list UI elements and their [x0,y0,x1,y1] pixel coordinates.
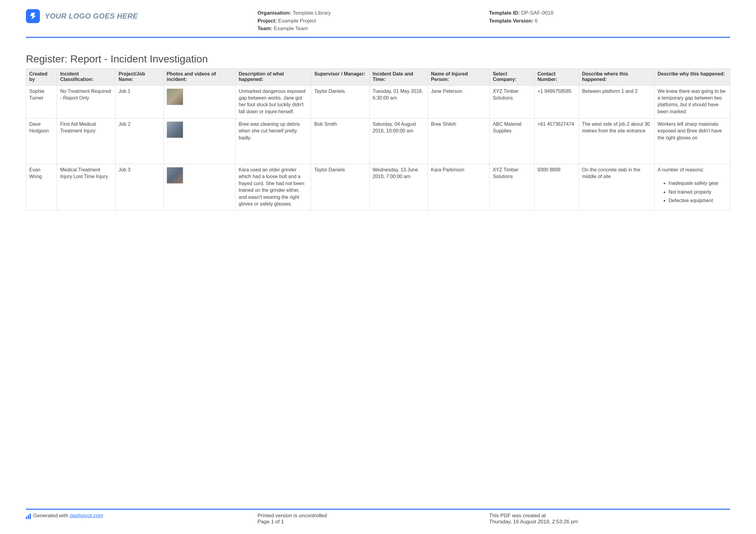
col-company: Select Company: [490,68,534,85]
why-reason: Inadequate safety gear [668,180,727,187]
table-row: Sophie Turner No Treatment Required - Re… [26,85,730,118]
cell-injured: Kara Parkinson [428,164,490,211]
col-supervisor: Supervisor / Manager: [311,68,370,85]
why-reason: Not trained properly [668,189,727,195]
cell-contact: +1 9496758585 [534,85,579,118]
team-value: Example Team [274,26,308,31]
col-datetime: Incident Date and Time: [369,68,428,85]
cell-job: Job 2 [115,118,163,164]
team-label: Team: [257,26,272,31]
header-meta-left: Organisation: Template Library Project: … [257,9,489,33]
why-intro: A number of reasons: [658,167,704,172]
cell-why: A number of reasons: Inadequate safety g… [655,164,730,211]
cell-created-by: Sophie Turner [26,85,57,118]
cell-injured: Bree Shiloh [428,118,490,164]
cell-created-by: Evan Wong [26,164,57,211]
cell-supervisor: Taylor Daniels [311,85,370,118]
cell-datetime: Tuesday, 01 May 2018, 6:30:00 am [369,85,428,118]
cell-company: XYZ Timber Solutions [490,85,534,118]
cell-classification: First Aid Medical Treatment Injury [57,118,116,164]
why-reasons-list: Inadequate safety gear Not trained prope… [668,180,727,204]
page-footer: Generated with dashpivot.com Printed ver… [26,509,730,525]
logo-placeholder-text: YOUR LOGO GOES HERE [45,12,138,20]
cell-description: Unmarked dangerous exposed gap between w… [235,85,311,118]
dashpivot-link[interactable]: dashpivot.com [70,513,103,519]
cell-why: We knew there was going to be a temporar… [655,85,730,118]
page-title: Register: Report - Incident Investigatio… [26,53,730,65]
footer-page-number: Page 1 of 1 [257,519,489,525]
template-version-label: Template Version: [489,18,533,24]
table-row: Evan Wong Medical Treatment Injury Lost … [26,164,730,211]
why-reason: Defective equipment [668,197,727,204]
col-injured: Name of Injured Person: [428,68,490,85]
cell-why: Workers left sharp materials exposed and… [655,118,730,164]
template-id-value: DP-SAF-0018 [521,10,554,16]
cell-datetime: Saturday, 04 August 2018, 10:00:00 am [369,118,428,164]
col-why: Describe why this happened: [655,68,730,85]
table-row: Dave Hodgson First Aid Medical Treatment… [26,118,730,164]
cell-where: The west side of job 2 about 30 metres f… [579,118,655,164]
col-photos: Photos and videos of incident: [163,68,235,85]
dashpivot-icon [26,514,31,519]
header-meta-right: Template ID: DP-SAF-0018 Template Versio… [489,9,730,25]
cell-contact: +61 4573627474 [534,118,579,164]
cell-created-by: Dave Hodgson [26,118,57,164]
col-contact: Contact Number: [534,68,579,85]
brand-logo-icon [26,9,40,23]
col-description: Description of what happened: [235,68,311,85]
col-job-name: Project/Job Name: [115,68,163,85]
table-header-row: Created by Incident Classification: Proj… [26,68,730,85]
incident-photo-thumbnail [167,167,183,184]
cell-where: Between platform 1 and 2 [579,85,655,118]
col-classification: Incident Classification: [57,68,116,85]
cell-contact: 9300 8899 [534,164,579,211]
cell-description: Kara used an older grinder which had a l… [235,164,311,211]
footer-created-label: This PDF was created at [489,513,730,519]
cell-classification: No Treatment Required - Report Only [57,85,116,118]
page-header: YOUR LOGO GOES HERE Organisation: Templa… [26,9,730,38]
project-label: Project: [257,18,277,24]
cell-job: Job 1 [115,85,163,118]
cell-classification: Medical Treatment Injury Lost Time Injur… [57,164,116,211]
col-created-by: Created by [26,68,57,85]
cell-photos [163,85,235,118]
cell-company: ABC Material Supplies [490,118,534,164]
template-id-label: Template ID: [489,10,520,16]
cell-job: Job 3 [115,164,163,211]
footer-created-date: Thursday, 16 August 2018, 2:53:26 pm [489,519,730,525]
org-label: Organisation: [257,10,291,16]
project-value: Example Project [278,18,316,24]
incident-photo-thumbnail [167,89,183,105]
cell-injured: Jane Peterson [428,85,490,118]
incident-photo-thumbnail [167,121,183,138]
generated-with-label: Generated with [33,513,70,519]
cell-photos [163,164,235,211]
cell-company: XYZ Timber Solutions [490,164,534,211]
col-where: Describe where this happened: [579,68,655,85]
cell-photos [163,118,235,164]
org-value: Template Library [292,10,331,16]
cell-supervisor: Taylor Daniels [311,164,370,211]
template-version-value: 6 [535,18,537,24]
cell-description: Bree was cleaning up debris when she cut… [235,118,311,164]
cell-supervisor: Bob Smith [311,118,370,164]
footer-uncontrolled: Printed version is uncontrolled [257,513,489,519]
cell-where: On the concrete slab in the middle of si… [579,164,655,211]
register-table: Created by Incident Classification: Proj… [26,68,730,211]
cell-datetime: Wednesday, 13 June 2018, 7:00:00 am [369,164,428,211]
